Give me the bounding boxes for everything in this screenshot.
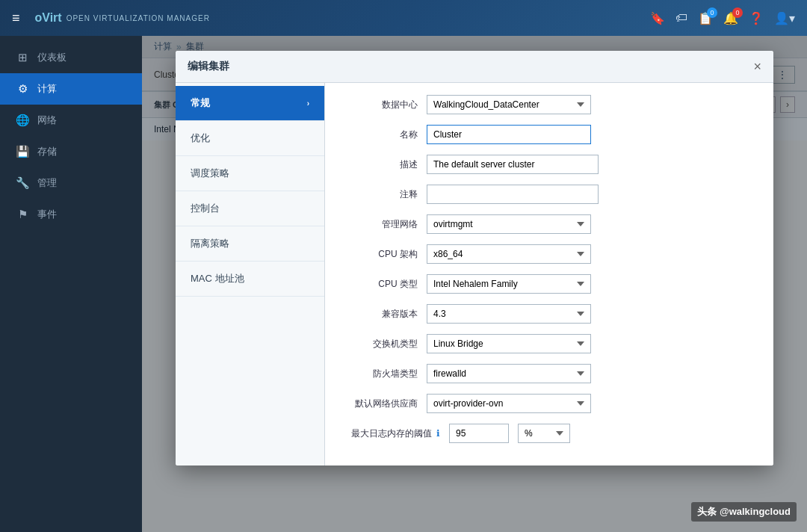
bell-icon[interactable]: 🔔0 [723, 11, 738, 25]
form-label-compat: 兼容版本 [343, 308, 418, 321]
form-row-net-provider: 默认网络供应商 ovirt-provider-ovn [343, 394, 755, 413]
form-select-mgmt-network[interactable]: ovirtmgmt [427, 214, 591, 234]
bell-badge: 0 [732, 7, 743, 18]
sidebar-item-events-label: 事件 [37, 208, 57, 221]
sidebar-item-dashboard[interactable]: ⊞ 仪表板 [0, 42, 142, 73]
modal-nav-general-arrow: › [307, 99, 309, 108]
modal-header: 编辑集群 × [176, 51, 773, 83]
form-row-log-threshold: 最大日志内存的阈值 ℹ % [343, 424, 755, 443]
modal-nav-optimize[interactable]: 优化 [176, 121, 324, 156]
form-select-compat[interactable]: 4.3 [427, 304, 591, 324]
logo-text: oVirt [35, 11, 62, 25]
modal-nav-isolation-label: 隔离策略 [191, 237, 229, 250]
logo-subtitle: OPEN VIRTUALIZATION MANAGER [67, 14, 210, 22]
form-label-firewall-type: 防火墙类型 [343, 368, 418, 380]
form-row-cpu-arch: CPU 架构 x86_64 [343, 244, 755, 264]
info-icon: ℹ [436, 428, 440, 439]
user-icon[interactable]: 👤▾ [774, 11, 795, 25]
sidebar-item-storage-label: 存储 [37, 145, 57, 158]
form-row-mgmt-network: 管理网络 ovirtmgmt [343, 214, 755, 234]
content-area: 计算 » 集群 Cluster: × ☆ ▾ 🔍 新建 编辑 删除 升级 ⋮ 集… [142, 36, 807, 532]
form-row-description: 描述 [343, 155, 755, 174]
dashboard-icon: ⊞ [15, 51, 30, 64]
events-icon[interactable]: 📋0 [698, 11, 713, 25]
sidebar-item-network-label: 网络 [37, 114, 57, 127]
compute-icon: ⚙ [15, 82, 30, 96]
form-select-cpu-type[interactable]: Intel Nehalem Family [427, 274, 591, 294]
events-sidebar-icon: ⚑ [15, 208, 30, 221]
storage-icon: 💾 [15, 145, 30, 158]
form-select-cpu-arch[interactable]: x86_64 [427, 244, 591, 264]
sidebar-item-events[interactable]: ⚑ 事件 [0, 199, 142, 230]
modal-nav-schedule-label: 调度策略 [191, 167, 229, 180]
modal-nav-isolation[interactable]: 隔离策略 [176, 226, 324, 262]
bookmark-icon[interactable]: 🔖 [650, 11, 665, 25]
form-select-log-unit[interactable]: % [518, 424, 570, 443]
help-icon[interactable]: ❓ [749, 11, 764, 25]
topbar-icons: 🔖 🏷 📋0 🔔0 ❓ 👤▾ [650, 11, 795, 25]
form-input-name[interactable] [427, 125, 591, 144]
modal-overlay: 编辑集群 × 常规 › 优化 调度策 [142, 36, 807, 532]
form-row-datacenter: 数据中心 WalkingCloud_DataCenter [343, 95, 755, 114]
form-row-firewall-type: 防火墙类型 firewalld [343, 364, 755, 383]
modal-close-button[interactable]: × [753, 60, 761, 73]
modal-nav-sidebar: 常规 › 优化 调度策略 控制台 隔离策略 [176, 83, 325, 466]
modal-nav-general-label: 常规 [191, 96, 210, 110]
modal-body: 常规 › 优化 调度策略 控制台 隔离策略 [176, 83, 773, 466]
form-row-switch-type: 交换机类型 Linux Bridge [343, 334, 755, 353]
sidebar: ⊞ 仪表板 ⚙ 计算 🌐 网络 💾 存储 🔧 管理 ⚑ 事件 [0, 36, 142, 532]
events-badge: 0 [707, 7, 717, 18]
watermark: 头条 @walkingcloud [691, 502, 797, 522]
topbar: ≡ oVirt OPEN VIRTUALIZATION MANAGER 🔖 🏷 … [0, 0, 807, 36]
form-input-description[interactable] [427, 155, 599, 174]
form-label-datacenter: 数据中心 [343, 99, 418, 111]
form-select-switch-type[interactable]: Linux Bridge [427, 334, 591, 353]
sidebar-item-network[interactable]: 🌐 网络 [0, 105, 142, 136]
sidebar-item-dashboard-label: 仪表板 [37, 51, 67, 64]
form-row-name: 名称 [343, 125, 755, 144]
form-label-mgmt-network: 管理网络 [343, 218, 418, 231]
sidebar-item-admin[interactable]: 🔧 管理 [0, 167, 142, 199]
modal-nav-optimize-label: 优化 [191, 132, 210, 145]
sidebar-item-admin-label: 管理 [37, 176, 57, 190]
modal-title: 编辑集群 [188, 60, 229, 73]
modal-nav-general[interactable]: 常规 › [176, 86, 324, 121]
modal-nav-mac-label: MAC 地址池 [191, 272, 244, 285]
modal-nav-schedule[interactable]: 调度策略 [176, 156, 324, 191]
form-label-cpu-arch: CPU 架构 [343, 248, 418, 261]
form-select-net-provider[interactable]: ovirt-provider-ovn [427, 394, 591, 413]
sidebar-item-compute-label: 计算 [37, 82, 57, 96]
modal-edit-cluster: 编辑集群 × 常规 › 优化 调度策 [176, 51, 773, 466]
modal-form-content: 数据中心 WalkingCloud_DataCenter 名称 [325, 83, 773, 466]
form-row-compat: 兼容版本 4.3 [343, 304, 755, 324]
sidebar-item-storage[interactable]: 💾 存储 [0, 136, 142, 167]
modal-nav-console-label: 控制台 [191, 202, 220, 215]
form-label-switch-type: 交换机类型 [343, 338, 418, 350]
admin-icon: 🔧 [15, 176, 30, 190]
hamburger-icon[interactable]: ≡ [12, 10, 20, 26]
logo: oVirt OPEN VIRTUALIZATION MANAGER [35, 11, 210, 25]
form-label-net-provider: 默认网络供应商 [343, 398, 418, 410]
form-label-description: 描述 [343, 158, 418, 171]
modal-nav-console[interactable]: 控制台 [176, 191, 324, 226]
form-label-cpu-type: CPU 类型 [343, 278, 418, 291]
form-label-log-threshold: 最大日志内存的阈值 ℹ [343, 427, 440, 440]
form-input-comment[interactable] [427, 185, 599, 204]
modal-nav-mac[interactable]: MAC 地址池 [176, 262, 324, 297]
tag-icon[interactable]: 🏷 [675, 11, 687, 25]
main-layout: ⊞ 仪表板 ⚙ 计算 🌐 网络 💾 存储 🔧 管理 ⚑ 事件 计算 » 集 [0, 36, 807, 532]
form-select-datacenter[interactable]: WalkingCloud_DataCenter [427, 95, 591, 114]
form-select-firewall-type[interactable]: firewalld [427, 364, 591, 383]
sidebar-item-compute[interactable]: ⚙ 计算 [0, 73, 142, 105]
form-label-name: 名称 [343, 129, 418, 141]
form-input-log-threshold[interactable] [449, 424, 509, 443]
network-icon: 🌐 [15, 114, 30, 127]
form-row-comment: 注释 [343, 185, 755, 204]
form-row-cpu-type: CPU 类型 Intel Nehalem Family [343, 274, 755, 294]
form-label-comment: 注释 [343, 188, 418, 201]
